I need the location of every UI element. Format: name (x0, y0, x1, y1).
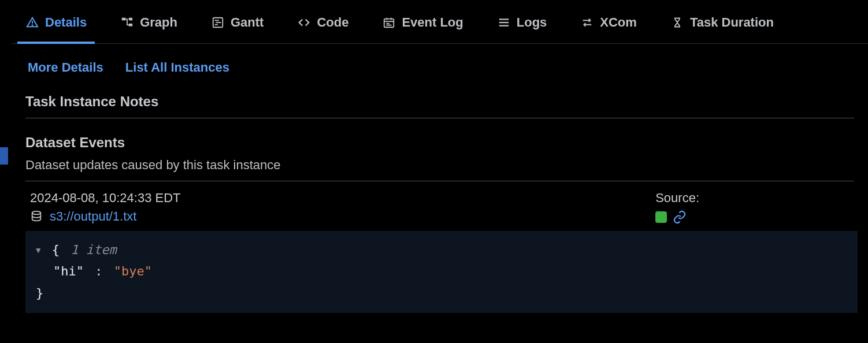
tab-bar: Details Graph Gantt Code Event Log (12, 0, 868, 44)
source-label: Source: (655, 191, 699, 206)
link-icon[interactable] (673, 210, 687, 224)
hourglass-icon (670, 16, 684, 29)
calendar-icon (382, 16, 396, 29)
event-left-col: 2024-08-08, 10:24:33 EDT s3://output/1.t… (30, 191, 181, 224)
notes-heading: Task Instance Notes (25, 88, 854, 118)
tab-label: Details (45, 15, 87, 30)
events-description: Dataset updates caused by this task inst… (25, 153, 854, 181)
svg-rect-2 (122, 18, 125, 21)
task-instance-notes-section: Task Instance Notes (12, 88, 868, 118)
json-item-count: 1 item (71, 243, 116, 257)
warning-triangle-icon (25, 16, 39, 29)
more-details-link[interactable]: More Details (28, 60, 103, 75)
events-heading: Dataset Events (25, 129, 854, 153)
caret-down-icon[interactable]: ▼ (36, 244, 40, 258)
dataset-uri-link[interactable]: s3://output/1.txt (50, 209, 136, 224)
code-icon (297, 16, 311, 29)
tab-label: Gantt (231, 15, 264, 30)
json-kv-line: "hi" : "bye" (36, 260, 847, 282)
tab-label: XCom (600, 15, 637, 30)
tab-graph[interactable]: Graph (112, 10, 186, 44)
json-preview: ▼ { 1 item "hi" : "bye" } (25, 231, 858, 313)
source-icons (655, 210, 687, 224)
sub-link-row: More Details List All Instances (12, 44, 868, 88)
tab-code[interactable]: Code (289, 10, 357, 44)
dataset-line: s3://output/1.txt (30, 209, 181, 224)
json-close-line: } (36, 282, 847, 304)
json-value: "bye" (114, 264, 152, 278)
dataset-events-section: Dataset Events Dataset updates caused by… (12, 129, 868, 231)
status-success-badge[interactable] (655, 211, 667, 223)
tab-details[interactable]: Details (17, 10, 95, 44)
event-timestamp: 2024-08-08, 10:24:33 EDT (30, 191, 181, 206)
svg-rect-9 (384, 19, 394, 28)
tab-label: Logs (517, 15, 547, 30)
json-key: "hi" (53, 264, 84, 278)
list-icon (497, 16, 511, 29)
json-close-brace: } (36, 286, 43, 300)
tab-label: Graph (140, 15, 177, 30)
svg-rect-4 (129, 24, 132, 27)
event-right-col: Source: (655, 191, 850, 224)
vertical-accent-bar (0, 147, 8, 165)
list-all-instances-link[interactable]: List All Instances (125, 60, 229, 75)
tab-label: Event Log (402, 15, 463, 30)
tab-label: Task Duration (690, 15, 774, 30)
json-open-line[interactable]: ▼ { 1 item (36, 239, 847, 260)
tab-gantt[interactable]: Gantt (203, 10, 272, 44)
database-icon (30, 210, 43, 223)
swap-arrows-icon (580, 16, 594, 29)
main-panel: Details Graph Gantt Code Event Log (0, 0, 868, 313)
tab-event-log[interactable]: Event Log (374, 10, 471, 44)
gantt-icon (211, 16, 225, 29)
json-open-brace: { (52, 243, 60, 257)
svg-point-18 (32, 211, 41, 215)
tab-logs[interactable]: Logs (489, 10, 555, 44)
svg-rect-3 (129, 18, 132, 21)
svg-point-1 (32, 25, 32, 25)
tab-xcom[interactable]: XCom (572, 10, 645, 44)
dataset-event-row: 2024-08-08, 10:24:33 EDT s3://output/1.t… (25, 181, 854, 231)
tab-task-duration[interactable]: Task Duration (662, 10, 782, 44)
json-colon: : (95, 264, 102, 278)
graph-icon (120, 16, 134, 29)
tab-label: Code (317, 15, 348, 30)
